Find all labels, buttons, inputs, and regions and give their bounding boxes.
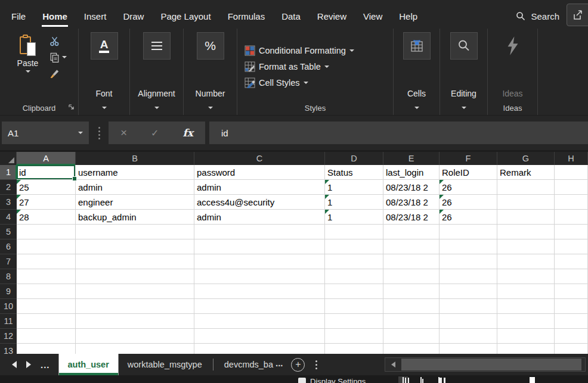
cell-A2[interactable]: 25 (17, 180, 76, 195)
cell-H11[interactable] (555, 314, 588, 329)
chevron-down-icon[interactable] (102, 107, 107, 109)
column-header-A[interactable]: A (17, 152, 76, 165)
ribbon-group-editing[interactable]: Editing (440, 29, 488, 115)
row-header-4[interactable]: 4 (0, 210, 17, 225)
page-layout-view-button[interactable] (416, 376, 426, 383)
cell-E8[interactable] (383, 269, 440, 284)
cell-A13[interactable] (17, 344, 76, 354)
cell-F9[interactable] (440, 284, 497, 299)
row-header-2[interactable]: 2 (0, 180, 17, 195)
cell-F10[interactable] (440, 299, 497, 314)
copy-button[interactable] (49, 51, 67, 64)
cell-G13[interactable] (497, 344, 555, 354)
cell-D6[interactable] (325, 239, 383, 254)
cell-B11[interactable] (76, 314, 194, 329)
cell-D4[interactable]: 1 (325, 210, 383, 225)
menu-tab-data[interactable]: Data (281, 10, 301, 23)
cell-H6[interactable] (555, 239, 588, 254)
sheet-options-menu[interactable] (315, 360, 317, 369)
column-header-E[interactable]: E (383, 152, 440, 165)
cell-F5[interactable] (440, 225, 497, 239)
cell-G7[interactable] (497, 254, 555, 269)
menu-tab-file[interactable]: File (11, 10, 26, 23)
paste-button[interactable]: Paste (12, 32, 44, 101)
cell-H1[interactable] (555, 165, 588, 180)
chevron-down-icon[interactable] (208, 107, 213, 109)
cell-A11[interactable] (17, 314, 76, 329)
share-button[interactable] (567, 4, 588, 26)
cell-D5[interactable] (325, 225, 383, 239)
prev-sheet-icon[interactable] (12, 361, 17, 368)
cell-C10[interactable] (194, 299, 325, 314)
cell-D3[interactable]: 1 (325, 195, 383, 210)
cell-B1[interactable]: username (76, 165, 194, 180)
cell-H7[interactable] (555, 254, 588, 269)
cell-E6[interactable] (383, 239, 440, 254)
cell-B10[interactable] (76, 299, 194, 314)
cell-C8[interactable] (194, 269, 325, 284)
format-painter-button[interactable] (49, 67, 67, 80)
cell-F1[interactable]: RoleID (440, 165, 497, 180)
cell-E3[interactable]: 08/23/18 2 (383, 195, 440, 210)
editing-tile-button[interactable] (450, 32, 478, 60)
column-header-F[interactable]: F (440, 152, 497, 165)
chevron-down-icon[interactable] (154, 107, 159, 109)
ribbon-group-cells[interactable]: Cells (394, 29, 440, 115)
cell-D7[interactable] (325, 254, 383, 269)
select-all-corner[interactable] (0, 152, 17, 165)
cells-tile-button[interactable] (403, 32, 431, 60)
row-header-3[interactable]: 3 (0, 195, 17, 210)
cell-A12[interactable] (17, 329, 76, 344)
cell-E11[interactable] (383, 314, 440, 329)
row-header-7[interactable]: 7 (0, 254, 17, 269)
cell-F12[interactable] (440, 329, 497, 344)
insert-function-icon[interactable]: fx (183, 127, 193, 139)
cell-F8[interactable] (440, 269, 497, 284)
row-header-9[interactable]: 9 (0, 284, 17, 299)
cell-A4[interactable]: 28 (17, 210, 76, 225)
row-header-10[interactable]: 10 (0, 299, 17, 314)
ribbon-group-number[interactable]: % Number (184, 29, 237, 115)
cell-C9[interactable] (194, 284, 325, 299)
cell-B9[interactable] (76, 284, 194, 299)
cell-E7[interactable] (383, 254, 440, 269)
sheet-tab-worktable_msgtype[interactable]: worktable_msgtype (119, 354, 211, 375)
clipboard-dialog-launcher[interactable] (69, 103, 75, 112)
cell-H13[interactable] (555, 344, 588, 354)
cell-E2[interactable]: 08/23/18 2 (383, 180, 440, 195)
menu-tab-formulas[interactable]: Formulas (227, 10, 266, 23)
menu-tab-page-layout[interactable]: Page Layout (160, 10, 211, 23)
menu-tab-help[interactable]: Help (398, 10, 418, 23)
row-header-11[interactable]: 11 (0, 314, 17, 329)
cell-styles-button[interactable]: Cell Styles (245, 76, 308, 90)
cell-B4[interactable]: backup_admin (76, 210, 194, 225)
cell-C2[interactable]: admin (194, 180, 325, 195)
cell-H10[interactable] (555, 299, 588, 314)
menu-tab-view[interactable]: View (363, 10, 383, 23)
cell-B3[interactable]: engineer (76, 195, 194, 210)
cell-F4[interactable]: 26 (440, 210, 497, 225)
cell-G6[interactable] (497, 239, 555, 254)
cell-A9[interactable] (17, 284, 76, 299)
menu-tab-insert[interactable]: Insert (83, 10, 107, 23)
horizontal-scrollbar[interactable] (385, 357, 586, 372)
cell-H8[interactable] (555, 269, 588, 284)
column-header-B[interactable]: B (76, 152, 194, 165)
cell-C13[interactable] (194, 344, 325, 354)
row-header-12[interactable]: 12 (0, 329, 17, 344)
cell-A6[interactable] (17, 239, 76, 254)
cell-A1[interactable]: id (17, 165, 76, 180)
cell-A8[interactable] (17, 269, 76, 284)
cell-B12[interactable] (76, 329, 194, 344)
cell-G2[interactable] (497, 180, 555, 195)
cell-E10[interactable] (383, 299, 440, 314)
row-header-6[interactable]: 6 (0, 239, 17, 254)
cell-C5[interactable] (194, 225, 325, 239)
cell-H5[interactable] (555, 225, 588, 239)
cell-A7[interactable] (17, 254, 76, 269)
cell-F13[interactable] (440, 344, 497, 354)
cell-G3[interactable] (497, 195, 555, 210)
scroll-left-icon[interactable] (385, 362, 401, 368)
cell-B2[interactable]: admin (76, 180, 194, 195)
menu-tab-review[interactable]: Review (317, 10, 347, 23)
